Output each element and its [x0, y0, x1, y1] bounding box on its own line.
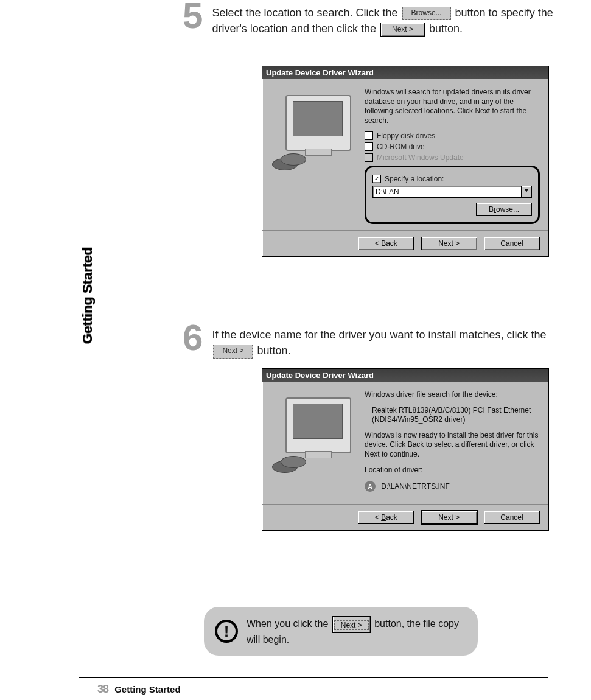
specify-location-group: ✓ Specify a location: D:\LAN ▼ Browse... [365, 166, 540, 224]
next-button[interactable]: Next > [421, 237, 477, 250]
step-number-6: 6 [183, 323, 201, 352]
checkbox-cdrom[interactable]: CD-ROM drive [365, 142, 540, 151]
inline-next-button: Next > [213, 345, 253, 358]
cancel-button[interactable]: Cancel [484, 511, 540, 524]
step-number-5: 5 [183, 1, 201, 30]
step-5: 5 Select the location to search. Click t… [183, 4, 559, 37]
computer-icon [271, 90, 356, 175]
step-5-text: Select the location to search. Click the… [212, 4, 559, 37]
checkbox-floppy[interactable]: Floppy disk drives [365, 131, 540, 140]
page-footer: 38 Getting Started [97, 683, 181, 696]
step-6-text: If the device name for the driver you wa… [212, 326, 553, 359]
footer-section: Getting Started [114, 684, 180, 695]
checkbox-specify-location[interactable]: ✓ Specify a location: [372, 175, 532, 183]
sidebar-section-tab: Getting Started [81, 247, 94, 344]
device-name: Realtek RTL8139(A/B/C/8130) PCI Fast Eth… [372, 406, 540, 425]
location-input[interactable]: D:\LAN [372, 186, 522, 198]
dialog-title: Update Device Driver Wizard [262, 66, 548, 79]
driver-location: A D:\LAN\NETRTS.INF [365, 481, 540, 492]
step-6: 6 If the device name for the driver you … [183, 326, 553, 359]
search-result-label: Windows driver file search for the devic… [365, 390, 540, 400]
checkbox-icon [365, 142, 373, 151]
ready-text: Windows is now ready to install the best… [365, 431, 540, 460]
next-button[interactable]: Next > [421, 511, 477, 524]
wizard-dialog-search: Update Device Driver Wizard Windows will… [262, 66, 549, 257]
note-callout: ! When you click the Next > button, the … [204, 607, 478, 656]
checkbox-ms-update: Microsoft Windows Update [365, 153, 540, 162]
wizard-dialog-confirm: Update Device Driver Wizard Windows driv… [262, 368, 549, 531]
page-number: 38 [97, 683, 108, 695]
checkbox-icon [365, 131, 373, 140]
cancel-button[interactable]: Cancel [484, 237, 540, 250]
computer-icon [271, 393, 356, 478]
inline-browse-button: Browse... [402, 7, 451, 20]
browse-button[interactable]: Browse... [476, 203, 532, 216]
checkbox-icon [365, 153, 373, 162]
exclamation-icon: ! [215, 620, 238, 643]
back-button[interactable]: < Back [358, 237, 414, 250]
dropdown-icon[interactable]: ▼ [522, 186, 532, 198]
dialog-footer: < Back Next > Cancel [262, 230, 548, 256]
checkbox-icon: ✓ [372, 175, 381, 183]
note-text: When you click the Next > button, the fi… [247, 616, 467, 647]
inline-next-button: Next > [332, 616, 371, 633]
location-label: Location of driver: [365, 466, 540, 475]
dialog-footer: < Back Next > Cancel [262, 504, 548, 530]
back-button[interactable]: < Back [358, 511, 414, 524]
disk-icon: A [365, 481, 376, 492]
dialog-intro: Windows will search for updated drivers … [365, 88, 540, 125]
dialog-title: Update Device Driver Wizard [262, 369, 548, 382]
inline-next-button: Next > [380, 23, 425, 37]
footer-rule [79, 677, 548, 678]
